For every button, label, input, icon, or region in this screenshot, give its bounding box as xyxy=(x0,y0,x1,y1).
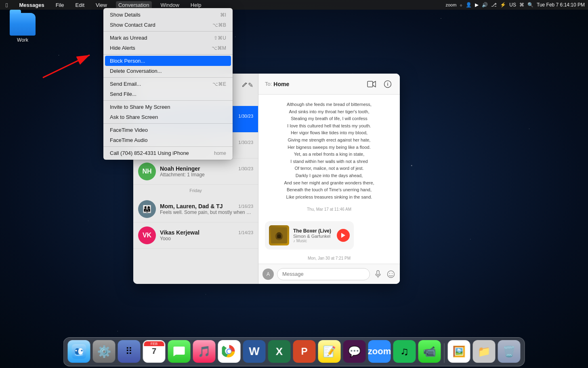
dock-item-music[interactable]: 🎵 xyxy=(193,340,216,363)
dock-item-trash[interactable]: 🗑️ xyxy=(498,340,521,363)
menu-facetime-audio[interactable]: FaceTime Audio xyxy=(103,135,233,145)
menubar-conversation[interactable]: Conversation xyxy=(116,1,152,9)
dock-item-chrome[interactable] xyxy=(218,340,241,363)
menu-separator-2 xyxy=(103,54,233,55)
menubar-user-icon[interactable]: 👤 xyxy=(466,2,472,8)
compose-button[interactable]: ✎ xyxy=(242,79,253,91)
svg-line-1 xyxy=(43,55,90,78)
chat-input-bar: A xyxy=(258,264,400,284)
menubar-window[interactable]: Window xyxy=(158,1,182,9)
menu-send-email-shortcut: ⌥⌘E xyxy=(212,81,226,87)
conv-time-home: 1/30/23 xyxy=(238,114,253,118)
menubar:  Messages File Edit View Conversation W… xyxy=(0,0,588,10)
dock-item-slack[interactable]: 💬 xyxy=(343,340,366,363)
facetime-video-button[interactable] xyxy=(366,78,377,90)
menu-send-file[interactable]: Send File... xyxy=(103,89,233,99)
menu-delete-conversation-label: Delete Conversation... xyxy=(110,68,226,74)
music-artist: Simon & Garfunkel xyxy=(293,234,333,239)
desktop:  Messages File Edit View Conversation W… xyxy=(0,0,588,368)
dock-item-settings[interactable]: ⚙️ xyxy=(93,340,116,363)
menu-block-person[interactable]: Block Person... xyxy=(105,56,231,66)
dock-item-powerpoint[interactable]: P xyxy=(293,340,316,363)
dock-item-facetime[interactable]: 📹 xyxy=(418,340,441,363)
conv-avatar-mom: 👨‍👩‍👧 xyxy=(138,200,156,218)
conv-name-noah: Noah Heninger xyxy=(160,165,200,172)
menu-hide-alerts[interactable]: Hide Alerts ⌥⌘M xyxy=(103,43,233,53)
menu-ask-share-screen[interactable]: Ask to Share Screen xyxy=(103,112,233,122)
dock-item-preview[interactable]: 🖼️ xyxy=(448,340,470,363)
dock-item-notes[interactable]: 📝 xyxy=(318,340,341,363)
dock-item-launchpad[interactable]: ⠿ xyxy=(118,340,141,363)
apple-menu[interactable]:  xyxy=(3,1,10,9)
svg-point-14 xyxy=(392,273,393,274)
menubar-time: Tue Feb 7 6:14:10 PM xyxy=(537,2,585,8)
menubar-app-name[interactable]: Messages xyxy=(17,1,46,9)
date-separator-friday: Friday xyxy=(133,185,258,196)
menu-delete-conversation[interactable]: Delete Conversation... xyxy=(103,66,233,76)
menubar-volume-icon[interactable]: 🔊 xyxy=(482,2,488,8)
info-button[interactable]: i xyxy=(382,78,393,90)
conv-time-mom: 1/16/23 xyxy=(238,204,253,209)
menu-separator-3 xyxy=(103,77,233,78)
folder-label: Work xyxy=(17,37,28,43)
red-arrow xyxy=(28,49,109,81)
conversation-item-vikas[interactable]: VK Vikas Kerjewal 1/14/23 Yooo xyxy=(133,222,258,249)
menubar-bluetooth-icon[interactable]: ⎇ xyxy=(491,2,497,8)
chat-header: To: Home i xyxy=(258,74,400,95)
menu-send-email[interactable]: Send Email... ⌥⌘E xyxy=(103,79,233,89)
emoji-input-icon[interactable] xyxy=(386,269,396,279)
svg-point-17 xyxy=(78,348,83,355)
menubar-edit[interactable]: Edit xyxy=(73,1,87,9)
dock-item-word[interactable]: W xyxy=(243,340,266,363)
conv-time-vikas: 1/14/23 xyxy=(238,230,253,235)
menubar-help[interactable]: Help xyxy=(188,1,204,9)
conv-content-mom: Mom, Lauren, Dad & TJ 1/16/23 Feels well… xyxy=(160,203,253,215)
menubar-file[interactable]: File xyxy=(53,1,67,9)
dock-item-calendar[interactable]: FEB 7 xyxy=(143,340,166,363)
menubar-media-icon[interactable]: ▶ xyxy=(475,2,479,8)
conversation-item-mom[interactable]: 👨‍👩‍👧 Mom, Lauren, Dad & TJ 1/16/23 Feel… xyxy=(133,196,258,222)
menubar-view[interactable]: View xyxy=(93,1,109,9)
svg-rect-10 xyxy=(377,271,379,275)
conversation-item-noah[interactable]: NH Noah Heninger 1/30/23 Attachment: 1 I… xyxy=(133,159,258,185)
menu-call-iphone-label: Call (704) 852-4331 Using iPhone xyxy=(110,150,208,156)
sender-avatar: A xyxy=(262,269,274,280)
svg-point-13 xyxy=(389,273,390,274)
dock-item-finder[interactable] xyxy=(68,340,90,363)
menu-invite-share-screen[interactable]: Invite to Share My Screen xyxy=(103,102,233,112)
conv-time-noah: 1/30/23 xyxy=(238,166,253,171)
music-source: ♪ Music xyxy=(293,239,333,243)
dock-item-zoom[interactable]: zoom xyxy=(368,340,391,363)
conv-content-vikas: Vikas Kerjewal 1/14/23 Yooo xyxy=(160,229,253,241)
menu-call-iphone[interactable]: Call (704) 852-4331 Using iPhone home xyxy=(103,148,233,158)
menu-mark-unread[interactable]: Mark as Unread ⇧⌘U xyxy=(103,33,233,43)
dock-item-spotify[interactable]: ♫ xyxy=(393,340,416,363)
menu-call-iphone-shortcut: home xyxy=(214,150,226,156)
menubar-wifi-icon[interactable]: ⌘ xyxy=(519,2,524,8)
chat-messages: Although she feeds me bread of bitternes… xyxy=(258,95,400,264)
timestamp-1: Thu, Mar 17 at 11:46 AM xyxy=(265,207,393,211)
menu-facetime-video[interactable]: FaceTime Video xyxy=(103,125,233,135)
dock-item-messages[interactable] xyxy=(168,340,191,363)
audio-input-icon[interactable] xyxy=(373,269,383,279)
menu-show-contact-card-shortcut: ⌥⌘B xyxy=(212,22,226,28)
menubar-locale[interactable]: US xyxy=(509,2,516,8)
menu-send-file-label: Send File... xyxy=(110,91,226,97)
dock: ⚙️ ⠿ FEB 7 🎵 xyxy=(63,337,525,366)
menu-hide-alerts-shortcut: ⌥⌘M xyxy=(212,45,226,51)
desktop-folder-work[interactable]: Work xyxy=(6,13,39,43)
dock-item-files[interactable]: 📁 xyxy=(473,340,496,363)
menu-send-email-label: Send Email... xyxy=(110,81,206,87)
menubar-search-icon[interactable]: 🔍 xyxy=(527,2,533,8)
message-input[interactable] xyxy=(277,268,370,280)
menu-invite-share-screen-label: Invite to Share My Screen xyxy=(110,104,226,110)
menu-facetime-audio-label: FaceTime Audio xyxy=(110,137,226,143)
menubar-zoom-icon: zoom xyxy=(445,2,456,7)
menu-separator-5 xyxy=(103,123,233,124)
conv-avatar-vikas: VK xyxy=(138,226,156,244)
menubar-dropbox-icon[interactable]: ⬦ xyxy=(460,2,462,8)
dock-item-excel[interactable]: X xyxy=(268,340,291,363)
menu-show-contact-card[interactable]: Show Contact Card ⌥⌘B xyxy=(103,20,233,30)
menu-show-details[interactable]: Show Details ⌘I xyxy=(103,10,233,20)
play-button[interactable] xyxy=(337,229,350,242)
